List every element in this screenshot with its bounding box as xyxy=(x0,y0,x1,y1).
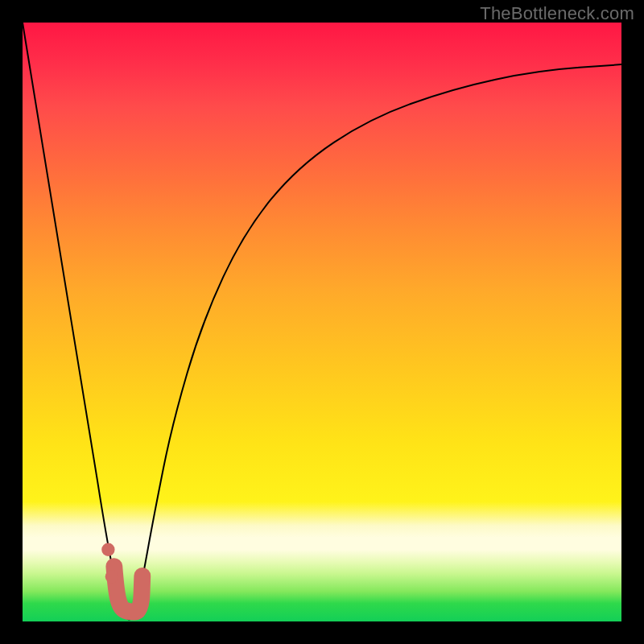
attribution-text: TheBottleneck.com xyxy=(480,3,634,24)
plot-area xyxy=(23,23,621,621)
bottom-hook xyxy=(114,567,142,613)
bottleneck-curve-svg xyxy=(23,23,621,621)
dot-lower xyxy=(105,570,118,583)
bottleneck-curve xyxy=(23,23,621,620)
dot-upper xyxy=(101,543,114,556)
chart-frame: TheBottleneck.com xyxy=(0,0,644,644)
